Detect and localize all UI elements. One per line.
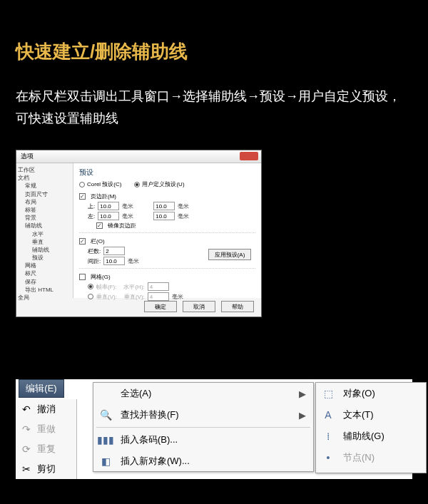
menu-item-text[interactable]: A 文本(T): [316, 404, 426, 426]
tree-item[interactable]: 工作区: [18, 166, 71, 174]
field-label: 栏数:: [88, 247, 101, 255]
menu-screenshot: 编辑(E) ↶ 撤消 ↷ 重做 ⟳ 重复 ✂ 剪切 全选(A) ▶ 🔍 查找并替…: [16, 379, 412, 479]
dialog-titlebar[interactable]: 选项: [16, 150, 261, 163]
tree-item[interactable]: 辅助线: [18, 246, 71, 254]
gap-input[interactable]: 10.0: [103, 257, 125, 265]
menu-item-cut[interactable]: ✂ 剪切: [16, 459, 76, 479]
tree-item[interactable]: 文档: [18, 174, 71, 182]
unit-label: 毫米: [178, 212, 189, 220]
undo-icon: ↶: [20, 403, 33, 416]
field-label: 上:: [88, 202, 95, 210]
menu-label: 查找并替换(F): [121, 408, 179, 421]
unit-label: 毫米: [172, 293, 183, 301]
tree-item[interactable]: 常规: [18, 182, 71, 190]
tree-item[interactable]: 预设: [18, 254, 71, 262]
edit-menu-button[interactable]: 编辑(E): [19, 379, 64, 398]
preset-panel: 预设 Corel 预设(C) 用户定义预设(U) 页边距(M) 上: 10.0 …: [73, 163, 261, 298]
menu-label: 重做: [37, 423, 56, 436]
radio-user-preset[interactable]: 用户定义预设(U): [134, 180, 184, 188]
options-dialog: 选项 工作区 文档 常规 页面尺寸 布局 标签 背景 辅助线 水平 垂直 辅助线…: [16, 150, 262, 317]
top-input2[interactable]: 10.0: [153, 202, 175, 210]
checkbox-margins[interactable]: [79, 193, 86, 200]
menu-item-insert-object[interactable]: ◧ 插入新对象(W)...: [93, 451, 313, 472]
tree-item[interactable]: 标尺: [18, 269, 71, 277]
field-label: 帧率(F):: [96, 283, 116, 291]
repeat-icon: ⟳: [20, 443, 33, 456]
edit-submenu: 全选(A) ▶ 🔍 查找并替换(F) ▶ ▮▮▮ 插入条码(B)... ◧ 插入…: [93, 382, 314, 472]
help-button[interactable]: 帮助: [221, 301, 254, 312]
tree-item[interactable]: 保存: [18, 278, 71, 286]
object-icon: ◧: [98, 454, 113, 468]
hgrid-input: 4: [148, 282, 169, 291]
menu-item-guides[interactable]: ⁞ 辅助线(G): [316, 426, 426, 447]
select-all-icon: [98, 386, 113, 401]
unit-label: 毫米: [122, 202, 133, 210]
menu-label: 重复: [37, 443, 56, 456]
page-description: 在标尺栏双击调出工具窗口→选择辅助线→预设→用户自定义预设，可快速设置辅助线: [0, 64, 428, 129]
menu-label: 全选(A): [121, 387, 151, 400]
checkbox-mirror[interactable]: [96, 222, 103, 229]
tree-item[interactable]: 背景: [18, 214, 71, 222]
top-input[interactable]: 10.0: [98, 202, 119, 210]
guides-icon: ⁞: [320, 429, 336, 443]
field-label: 左:: [88, 212, 95, 220]
menu-item-find-replace[interactable]: 🔍 查找并替换(F) ▶: [93, 404, 313, 426]
dialog-title: 选项: [21, 152, 34, 161]
menu-item-object[interactable]: ⬚ 对象(O): [316, 383, 426, 404]
menu-separator: [96, 427, 310, 428]
checkbox-label: 网格(G): [91, 273, 111, 281]
barcode-icon: ▮▮▮: [98, 433, 113, 447]
left-input2[interactable]: 10.0: [153, 212, 175, 220]
menu-item-redo: ↷ 重做: [16, 419, 76, 439]
tree-item[interactable]: 导出 HTML: [18, 286, 71, 294]
close-icon[interactable]: [240, 152, 258, 160]
checkbox-label: 栏(O): [91, 237, 105, 245]
redo-icon: ↷: [20, 423, 33, 436]
unit-label: 毫米: [128, 257, 139, 265]
ok-button[interactable]: 确定: [144, 301, 177, 312]
menu-label: 插入新对象(W)...: [121, 455, 190, 468]
columns-input[interactable]: 2: [103, 247, 125, 255]
chevron-right-icon: ▶: [299, 410, 306, 421]
cancel-button[interactable]: 取消: [183, 301, 215, 312]
page-title: 快速建立/删除辅助线: [0, 0, 428, 64]
tree-item[interactable]: 水平: [18, 230, 71, 238]
menu-label: 辅助线(G): [343, 430, 384, 443]
tree-item[interactable]: 全局: [18, 294, 71, 302]
tree-item[interactable]: 布局: [18, 198, 71, 206]
checkbox-label: 页边距(M): [91, 192, 116, 200]
unit-label: 毫米: [122, 212, 133, 220]
menu-item-insert-barcode[interactable]: ▮▮▮ 插入条码(B)...: [93, 429, 313, 451]
edit-menu-dropdown: ↶ 撤消 ↷ 重做 ⟳ 重复 ✂ 剪切: [16, 399, 77, 479]
vframe-label: 垂直(V):: [124, 293, 145, 301]
apply-preset-button[interactable]: 应用预设(A): [208, 249, 251, 260]
field-label: 间距:: [88, 257, 101, 265]
checkbox-columns[interactable]: [79, 238, 86, 245]
menu-item-nodes: • 节点(N): [316, 447, 426, 468]
tree-item[interactable]: 标签: [18, 206, 71, 214]
menu-label: 插入条码(B)...: [121, 433, 178, 446]
node-icon: •: [320, 451, 336, 465]
hframe-label: 水平(H):: [123, 283, 144, 291]
menu-item-select-all[interactable]: 全选(A) ▶: [93, 383, 313, 404]
radio-label: 用户定义预设(U): [142, 180, 184, 188]
tree-item[interactable]: 页面尺寸: [18, 190, 71, 198]
menu-item-undo[interactable]: ↶ 撤消: [16, 399, 76, 419]
chevron-right-icon: ▶: [299, 389, 306, 399]
text-icon: A: [320, 408, 336, 422]
field-label: 垂直(V):: [96, 293, 117, 301]
options-tree[interactable]: 工作区 文档 常规 页面尺寸 布局 标签 背景 辅助线 水平 垂直 辅助线 预设…: [16, 163, 73, 298]
menu-item-repeat: ⟳ 重复: [16, 439, 76, 459]
panel-heading: 预设: [79, 168, 255, 178]
tree-item[interactable]: 网格: [18, 262, 71, 269]
tree-item[interactable]: 垂直: [18, 238, 71, 246]
scissors-icon: ✂: [20, 463, 33, 475]
object-select-icon: ⬚: [320, 386, 336, 401]
checkbox-grid[interactable]: [79, 274, 86, 280]
left-input[interactable]: 10.0: [98, 212, 119, 220]
menu-label: 节点(N): [343, 451, 374, 464]
radio-label: Corel 预设(C): [87, 180, 121, 188]
select-all-submenu: ⬚ 对象(O) A 文本(T) ⁞ 辅助线(G) • 节点(N): [315, 382, 427, 473]
tree-item[interactable]: 辅助线: [18, 222, 71, 230]
radio-corel-preset[interactable]: Corel 预设(C): [79, 180, 121, 188]
